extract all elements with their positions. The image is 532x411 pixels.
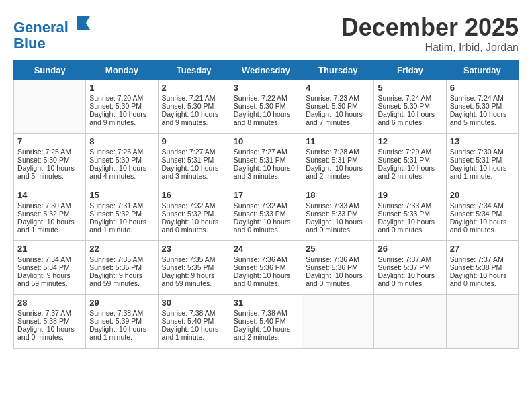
- day-info: and 2 minutes.: [234, 333, 298, 341]
- day-info: Sunset: 5:35 PM: [89, 263, 154, 271]
- day-info: and 8 minutes.: [234, 118, 298, 126]
- weekday-header-row: SundayMondayTuesdayWednesdayThursdayFrid…: [14, 61, 519, 80]
- calendar-cell: 2Sunrise: 7:21 AMSunset: 5:30 PMDaylight…: [158, 80, 230, 134]
- day-number: 1: [89, 83, 154, 93]
- day-info: and 0 minutes.: [17, 333, 82, 341]
- day-info: Sunrise: 7:36 AM: [234, 255, 298, 263]
- day-number: 27: [450, 244, 515, 254]
- day-info: and 0 minutes.: [378, 279, 442, 287]
- logo-general: General: [13, 19, 69, 36]
- day-info: Sunrise: 7:28 AM: [306, 148, 370, 156]
- day-info: Sunset: 5:40 PM: [234, 317, 298, 325]
- day-info: Sunset: 5:32 PM: [17, 210, 82, 218]
- calendar-cell: 14Sunrise: 7:30 AMSunset: 5:32 PMDayligh…: [14, 187, 86, 241]
- day-info: Sunset: 5:33 PM: [378, 210, 442, 218]
- day-info: Daylight: 10 hours: [450, 110, 515, 118]
- day-info: Sunset: 5:33 PM: [234, 210, 298, 218]
- day-number: 9: [162, 136, 226, 146]
- calendar-cell: 15Sunrise: 7:31 AMSunset: 5:32 PMDayligh…: [86, 187, 158, 241]
- day-info: Sunset: 5:31 PM: [450, 156, 515, 164]
- week-row-4: 21Sunrise: 7:34 AMSunset: 5:34 PMDayligh…: [14, 241, 519, 295]
- calendar-cell: 1Sunrise: 7:20 AMSunset: 5:30 PMDaylight…: [86, 80, 158, 134]
- day-info: and 59 minutes.: [162, 279, 226, 287]
- calendar-cell: 23Sunrise: 7:35 AMSunset: 5:35 PMDayligh…: [158, 241, 230, 295]
- day-info: Sunset: 5:38 PM: [450, 263, 515, 271]
- day-info: Sunset: 5:34 PM: [450, 210, 515, 218]
- day-info: and 2 minutes.: [306, 172, 370, 180]
- calendar-cell: 8Sunrise: 7:26 AMSunset: 5:30 PMDaylight…: [86, 134, 158, 187]
- day-info: Daylight: 10 hours: [234, 271, 298, 279]
- calendar-cell: 28Sunrise: 7:37 AMSunset: 5:38 PMDayligh…: [14, 295, 86, 349]
- week-row-5: 28Sunrise: 7:37 AMSunset: 5:38 PMDayligh…: [14, 295, 519, 349]
- day-info: Sunrise: 7:33 AM: [378, 201, 442, 210]
- calendar-cell: 19Sunrise: 7:33 AMSunset: 5:33 PMDayligh…: [374, 187, 446, 241]
- day-number: 8: [89, 136, 154, 146]
- day-info: Sunset: 5:35 PM: [162, 263, 226, 271]
- day-number: 19: [378, 190, 442, 200]
- day-number: 17: [234, 190, 298, 200]
- day-info: Daylight: 9 hours: [162, 271, 226, 279]
- day-info: Sunrise: 7:30 AM: [17, 201, 82, 210]
- day-info: and 0 minutes.: [162, 226, 226, 234]
- day-info: Sunset: 5:30 PM: [234, 102, 298, 110]
- day-info: and 1 minute.: [89, 333, 154, 341]
- day-info: Sunset: 5:30 PM: [89, 156, 154, 164]
- calendar-cell: [302, 295, 374, 349]
- day-info: Sunrise: 7:32 AM: [162, 201, 226, 210]
- day-number: 16: [162, 190, 226, 200]
- calendar-cell: [14, 80, 86, 134]
- day-info: and 1 minute.: [450, 172, 515, 180]
- week-row-3: 14Sunrise: 7:30 AMSunset: 5:32 PMDayligh…: [14, 187, 519, 241]
- day-number: 26: [378, 244, 442, 254]
- day-info: Daylight: 10 hours: [378, 271, 442, 279]
- day-info: Daylight: 10 hours: [306, 110, 370, 118]
- day-info: Daylight: 10 hours: [234, 218, 298, 226]
- day-info: Sunrise: 7:38 AM: [234, 309, 298, 317]
- day-number: 13: [450, 136, 515, 146]
- calendar-cell: 27Sunrise: 7:37 AMSunset: 5:38 PMDayligh…: [446, 241, 518, 295]
- calendar-cell: 7Sunrise: 7:25 AMSunset: 5:30 PMDaylight…: [14, 134, 86, 187]
- day-number: 11: [306, 136, 370, 146]
- day-info: Sunset: 5:30 PM: [162, 102, 226, 110]
- day-info: and 0 minutes.: [306, 226, 370, 234]
- day-info: Sunrise: 7:27 AM: [234, 148, 298, 156]
- day-info: Sunset: 5:39 PM: [89, 317, 154, 325]
- calendar-cell: 22Sunrise: 7:35 AMSunset: 5:35 PMDayligh…: [86, 241, 158, 295]
- day-info: and 0 minutes.: [378, 226, 442, 234]
- calendar-cell: 26Sunrise: 7:37 AMSunset: 5:37 PMDayligh…: [374, 241, 446, 295]
- day-info: Daylight: 9 hours: [89, 271, 154, 279]
- day-info: Daylight: 10 hours: [17, 218, 82, 226]
- calendar-cell: 20Sunrise: 7:34 AMSunset: 5:34 PMDayligh…: [446, 187, 518, 241]
- day-info: and 59 minutes.: [17, 279, 82, 287]
- logo-blue: Blue: [13, 36, 93, 52]
- day-info: and 9 minutes.: [89, 118, 154, 126]
- day-number: 12: [378, 136, 442, 146]
- calendar-cell: 31Sunrise: 7:38 AMSunset: 5:40 PMDayligh…: [230, 295, 302, 349]
- day-info: Sunrise: 7:27 AM: [162, 148, 226, 156]
- day-info: Daylight: 10 hours: [89, 164, 154, 172]
- calendar-cell: 12Sunrise: 7:29 AMSunset: 5:31 PMDayligh…: [374, 134, 446, 187]
- week-row-2: 7Sunrise: 7:25 AMSunset: 5:30 PMDaylight…: [14, 134, 519, 187]
- weekday-sunday: Sunday: [14, 61, 86, 80]
- weekday-saturday: Saturday: [446, 61, 518, 80]
- day-info: and 3 minutes.: [162, 172, 226, 180]
- calendar-cell: 6Sunrise: 7:24 AMSunset: 5:30 PMDaylight…: [446, 80, 518, 134]
- logo: General Blue: [13, 13, 93, 52]
- day-info: Daylight: 10 hours: [378, 164, 442, 172]
- page-header: General Blue December 2025 Hatim, Irbid,…: [13, 13, 519, 54]
- day-number: 21: [17, 244, 82, 254]
- title-block: December 2025 Hatim, Irbid, Jordan: [341, 13, 519, 54]
- day-number: 24: [234, 244, 298, 254]
- day-info: Daylight: 10 hours: [234, 325, 298, 333]
- day-info: Sunrise: 7:37 AM: [17, 309, 82, 317]
- day-info: Sunrise: 7:25 AM: [17, 148, 82, 156]
- day-number: 3: [234, 83, 298, 93]
- day-info: Daylight: 10 hours: [89, 325, 154, 333]
- day-info: Daylight: 10 hours: [306, 164, 370, 172]
- calendar-cell: 9Sunrise: 7:27 AMSunset: 5:31 PMDaylight…: [158, 134, 230, 187]
- calendar-cell: 18Sunrise: 7:33 AMSunset: 5:33 PMDayligh…: [302, 187, 374, 241]
- day-info: Daylight: 10 hours: [378, 218, 442, 226]
- day-info: Daylight: 10 hours: [162, 325, 226, 333]
- day-number: 22: [89, 244, 154, 254]
- day-info: and 1 minute.: [162, 333, 226, 341]
